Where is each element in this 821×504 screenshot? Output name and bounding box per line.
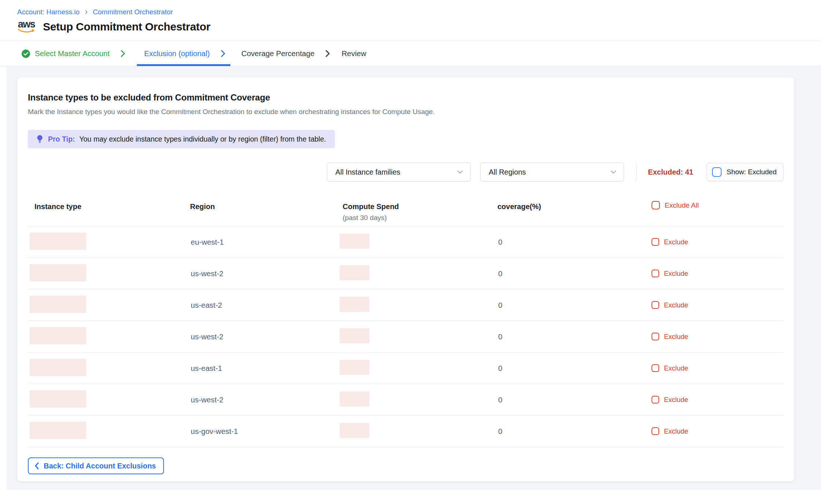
redacted-compute-spend bbox=[340, 297, 369, 312]
region-cell: us-east-1 bbox=[187, 364, 340, 373]
exclusion-card: Instance types to be excluded from Commi… bbox=[17, 77, 794, 481]
chevron-right-icon bbox=[325, 49, 331, 58]
exclude-checkbox[interactable] bbox=[652, 396, 659, 403]
coverage-cell: 0 bbox=[495, 269, 649, 278]
instance-families-select[interactable]: All Instance families bbox=[327, 162, 471, 182]
step-label: Coverage Percentage bbox=[241, 49, 314, 58]
exclude-checkbox[interactable] bbox=[652, 238, 659, 246]
exclude-all-label: Exclude All bbox=[665, 201, 699, 209]
exclude-label: Exclude bbox=[664, 364, 688, 372]
instance-families-value: All Instance families bbox=[335, 168, 400, 176]
show-excluded-label: Show: Excluded bbox=[727, 168, 777, 176]
chevron-right-icon bbox=[120, 49, 126, 58]
step-coverage-percentage[interactable]: Coverage Percentage bbox=[241, 41, 331, 66]
card-heading: Instance types to be excluded from Commi… bbox=[28, 92, 784, 103]
coverage-cell: 0 bbox=[495, 427, 649, 436]
coverage-cell: 0 bbox=[495, 238, 649, 246]
excluded-count: Excluded: 41 bbox=[648, 168, 693, 176]
table-header: Instance type Region Compute Spend (past… bbox=[28, 200, 784, 226]
region-cell: us-west-2 bbox=[187, 395, 340, 404]
exclude-label: Exclude bbox=[664, 238, 688, 246]
col-compute-spend: Compute Spend (past 30 days) bbox=[340, 200, 495, 222]
table-row: us-west-2 0 Exclude bbox=[28, 258, 784, 289]
exclude-checkbox[interactable] bbox=[652, 270, 659, 277]
region-cell: us-west-2 bbox=[187, 269, 340, 278]
regions-select[interactable]: All Regions bbox=[480, 162, 624, 182]
step-label: Review bbox=[342, 49, 366, 58]
pro-tip-text: You may exclude instance types individua… bbox=[79, 135, 326, 143]
breadcrumb-account-link[interactable]: Account: Harness.io bbox=[17, 8, 80, 16]
step-exclusion[interactable]: Exclusion (optional) bbox=[137, 41, 230, 66]
compute-spend-subtitle: (past 30 days) bbox=[343, 214, 495, 222]
exclude-all-checkbox[interactable] bbox=[652, 201, 660, 209]
page-header: Account: Harness.io › Commitment Orchest… bbox=[0, 0, 821, 41]
card-subheading: Mark the Instance types you would like t… bbox=[28, 108, 784, 116]
filters-row: All Instance families All Regions Exclud… bbox=[28, 162, 784, 182]
aws-logo-text: aws bbox=[18, 20, 35, 29]
table-row: us-east-1 0 Exclude bbox=[28, 353, 784, 384]
col-region: Region bbox=[187, 200, 340, 211]
setup-stepper: Select Master Account Exclusion (optiona… bbox=[0, 41, 821, 66]
show-excluded-checkbox[interactable] bbox=[712, 167, 722, 177]
region-cell: us-gov-west-1 bbox=[187, 427, 340, 436]
redacted-compute-spend bbox=[340, 234, 369, 249]
exclude-checkbox[interactable] bbox=[652, 333, 659, 340]
exclude-control[interactable]: Exclude bbox=[649, 238, 784, 246]
lightbulb-icon bbox=[36, 134, 44, 144]
table-row: eu-west-1 0 Exclude bbox=[28, 226, 784, 258]
show-excluded-toggle[interactable]: Show: Excluded bbox=[707, 163, 784, 181]
redacted-compute-spend bbox=[340, 265, 369, 280]
exclude-control[interactable]: Exclude bbox=[649, 427, 784, 435]
exclude-control[interactable]: Exclude bbox=[649, 333, 784, 341]
back-button[interactable]: Back: Child Account Exclusions bbox=[28, 457, 164, 474]
step-review[interactable]: Review bbox=[342, 41, 366, 66]
regions-value: All Regions bbox=[489, 168, 526, 176]
exclude-label: Exclude bbox=[664, 396, 688, 404]
step-select-master-account[interactable]: Select Master Account bbox=[21, 41, 126, 66]
redacted-instance-type bbox=[30, 359, 86, 376]
exclude-checkbox[interactable] bbox=[652, 427, 659, 435]
region-cell: eu-west-1 bbox=[187, 238, 340, 246]
compute-spend-title: Compute Spend bbox=[343, 202, 399, 211]
pro-tip-banner: Pro Tip: You may exclude instance types … bbox=[28, 130, 335, 148]
region-cell: us-west-2 bbox=[187, 332, 340, 341]
exclude-label: Exclude bbox=[664, 301, 688, 309]
step-label: Exclusion (optional) bbox=[144, 49, 210, 58]
exclude-label: Exclude bbox=[664, 333, 688, 341]
redacted-instance-type bbox=[30, 264, 86, 281]
check-circle-icon bbox=[21, 49, 30, 58]
coverage-cell: 0 bbox=[495, 332, 649, 341]
breadcrumb-page-link[interactable]: Commitment Orchestrator bbox=[93, 8, 173, 16]
table-row: us-gov-west-1 0 Exclude bbox=[28, 416, 784, 447]
chevron-left-icon bbox=[34, 462, 39, 470]
redacted-instance-type bbox=[30, 390, 86, 408]
redacted-compute-spend bbox=[340, 391, 369, 406]
coverage-cell: 0 bbox=[495, 395, 649, 404]
exclude-control[interactable]: Exclude bbox=[649, 301, 784, 309]
chevron-right-icon bbox=[220, 49, 226, 58]
col-coverage: coverage(%) bbox=[495, 200, 649, 211]
exclude-control[interactable]: Exclude bbox=[649, 270, 784, 278]
col-instance-type: Instance type bbox=[28, 200, 187, 211]
exclude-checkbox[interactable] bbox=[652, 301, 659, 309]
exclude-label: Exclude bbox=[664, 427, 688, 435]
coverage-cell: 0 bbox=[495, 364, 649, 373]
redacted-compute-spend bbox=[340, 328, 369, 343]
table-row: us-west-2 0 Exclude bbox=[28, 321, 784, 353]
back-button-label: Back: Child Account Exclusions bbox=[44, 462, 156, 470]
col-exclude-all: Exclude All bbox=[649, 200, 784, 209]
exclude-control[interactable]: Exclude bbox=[649, 396, 784, 404]
table-row: us-east-2 0 Exclude bbox=[28, 289, 784, 321]
redacted-instance-type bbox=[30, 327, 86, 344]
redacted-instance-type bbox=[30, 422, 86, 439]
coverage-cell: 0 bbox=[495, 301, 649, 310]
chevron-down-icon bbox=[610, 170, 616, 174]
redacted-compute-spend bbox=[340, 423, 369, 438]
content-area: Instance types to be excluded from Commi… bbox=[7, 66, 821, 490]
exclude-label: Exclude bbox=[664, 270, 688, 278]
breadcrumb-separator-icon: › bbox=[85, 8, 88, 15]
breadcrumb: Account: Harness.io › Commitment Orchest… bbox=[17, 8, 821, 16]
exclude-checkbox[interactable] bbox=[652, 364, 659, 372]
exclude-control[interactable]: Exclude bbox=[649, 364, 784, 372]
redacted-instance-type bbox=[30, 233, 86, 250]
